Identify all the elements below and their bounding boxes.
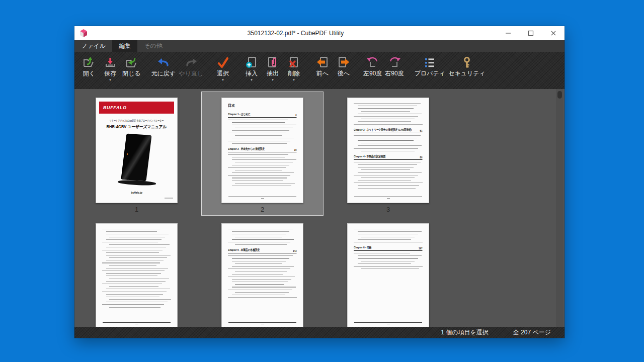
minimize-button[interactable] bbox=[497, 26, 519, 40]
menu-bar: ファイル 編集 その他 bbox=[74, 40, 565, 52]
move-previous-button[interactable]: 前へ bbox=[312, 55, 333, 82]
toc-line bbox=[106, 273, 161, 274]
redo-button-label: やり直し bbox=[179, 70, 203, 77]
status-bar: 1 個の項目を選択 全 207 ページ bbox=[74, 327, 565, 338]
toc-line bbox=[102, 270, 165, 271]
page-thumbnail[interactable]: Chapter 6 - 付録197 bbox=[347, 223, 429, 327]
page-cell[interactable]: Chapter 3 - ネットワーク同士の接続設定 (LAN間接続)61Chap… bbox=[327, 92, 449, 216]
toc-line bbox=[109, 257, 167, 258]
page-thumbnail[interactable]: Chapter 3 - ネットワーク同士の接続設定 (LAN間接続)61Chap… bbox=[347, 98, 429, 203]
toc-line bbox=[232, 274, 283, 275]
toc-line bbox=[106, 276, 157, 276]
page-cell[interactable]: 目次Chapter 1 - はじめに6Chapter 2 - 外出先からの接続設… bbox=[201, 92, 324, 216]
toc-line bbox=[228, 290, 292, 290]
toc-line bbox=[232, 177, 287, 178]
cover-title: BHR-4GRV ユーザーズマニュアル bbox=[100, 124, 173, 130]
toc-line bbox=[106, 294, 163, 295]
toc-line bbox=[358, 108, 414, 109]
toc-line bbox=[235, 244, 287, 245]
toc-line bbox=[358, 140, 414, 141]
chapter-heading-text: Chapter 1 - はじめに bbox=[228, 112, 251, 117]
rotate-right-icon bbox=[388, 55, 401, 70]
toc-line bbox=[232, 261, 286, 261]
chapter-heading: Chapter 3 - ネットワーク同士の接続設定 (LAN間接続)61 bbox=[354, 128, 423, 133]
toc-line bbox=[102, 262, 160, 263]
chapter-heading: Chapter 1 - はじめに6 bbox=[228, 112, 297, 118]
extract-button[interactable]: 抽出 ▾ bbox=[262, 55, 283, 82]
toc-line bbox=[358, 138, 417, 138]
tab-edit[interactable]: 編集 bbox=[112, 40, 137, 52]
toc-line bbox=[228, 242, 290, 242]
tab-file[interactable]: ファイル bbox=[74, 40, 112, 52]
properties-button[interactable]: プロパティ bbox=[413, 55, 447, 82]
chevron-down-icon[interactable]: ▾ bbox=[272, 77, 274, 82]
toc-line bbox=[361, 268, 419, 269]
toc-content bbox=[96, 224, 177, 308]
toc-line bbox=[354, 229, 410, 229]
toc-line bbox=[361, 177, 415, 178]
page-thumbnail[interactable] bbox=[96, 223, 178, 327]
page-cell[interactable]: BUFFALOリモートアクセス&Giga対応 有線ブロードバンドルーターBHR-… bbox=[75, 92, 198, 216]
undo-button-label: 元に戻す bbox=[151, 70, 176, 77]
toc-line bbox=[358, 188, 416, 189]
toc-line bbox=[354, 183, 423, 183]
toc-line bbox=[235, 183, 295, 184]
maximize-button[interactable] bbox=[519, 26, 542, 40]
page-thumbnail[interactable]: Chapter 5 - 本製品の各種設定143 bbox=[221, 223, 303, 327]
page-thumbnail[interactable]: BUFFALOリモートアクセス&Giga対応 有線ブロードバンドルーターBHR-… bbox=[96, 98, 178, 203]
chevron-down-icon[interactable]: ▾ bbox=[251, 77, 253, 82]
page-thumbnail[interactable]: 目次Chapter 1 - はじめに6Chapter 2 - 外出先からの接続設… bbox=[221, 98, 303, 203]
chevron-down-icon[interactable]: ▾ bbox=[293, 77, 295, 82]
properties-label: プロパティ bbox=[415, 70, 445, 77]
toc-line bbox=[232, 165, 289, 165]
rotate-left-button[interactable]: 左90度 bbox=[362, 55, 383, 82]
close-file-button[interactable]: 閉じる bbox=[121, 55, 142, 82]
toc-line bbox=[102, 292, 167, 292]
toc-line bbox=[235, 292, 289, 293]
open-button[interactable]: 開く bbox=[78, 55, 100, 82]
chapter-heading: Chapter 5 - 本製品の各種設定143 bbox=[228, 248, 297, 253]
page-number-label: 2 bbox=[202, 206, 323, 213]
toc-line bbox=[358, 145, 422, 146]
toc-line bbox=[106, 260, 164, 260]
toc-line bbox=[106, 297, 159, 297]
insert-button[interactable]: 挿入 ▾ bbox=[241, 55, 262, 82]
tab-others[interactable]: その他 bbox=[137, 40, 169, 52]
toc-content: Chapter 6 - 付録197 bbox=[348, 224, 429, 269]
close-button[interactable] bbox=[542, 26, 565, 40]
rotate-right-button[interactable]: 右90度 bbox=[383, 55, 405, 82]
scrollbar-thumb[interactable] bbox=[557, 91, 562, 99]
toc-line bbox=[232, 143, 287, 144]
chapter-heading-text: Chapter 3 - ネットワーク同士の接続設定 (LAN間接続) bbox=[354, 128, 412, 132]
security-button[interactable]: セキュリティ bbox=[447, 55, 487, 82]
total-pages: 全 207 ページ bbox=[513, 328, 551, 337]
undo-button[interactable]: 元に戻す bbox=[150, 55, 178, 82]
arrow-left-page-icon bbox=[316, 55, 329, 70]
chapter-heading-page: 197 bbox=[419, 247, 423, 250]
router-rbody bbox=[121, 134, 151, 182]
chevron-down-icon[interactable]: ▾ bbox=[222, 77, 224, 82]
delete-button[interactable]: 削除 ▾ bbox=[283, 55, 304, 82]
toolbar: 開く 保存 ▾ 閉じる bbox=[74, 52, 565, 89]
save-button[interactable]: 保存 ▾ bbox=[100, 55, 121, 82]
vertical-scrollbar[interactable] bbox=[556, 89, 564, 327]
page-cell[interactable]: Chapter 6 - 付録1976 bbox=[327, 217, 449, 327]
page-cell[interactable]: 4 bbox=[75, 217, 198, 327]
open-folder-icon bbox=[83, 55, 96, 70]
properties-list-icon bbox=[423, 55, 436, 70]
toc-line bbox=[106, 268, 168, 268]
move-next-button[interactable]: 後へ bbox=[333, 55, 354, 82]
toc-line bbox=[106, 234, 169, 234]
toc-line bbox=[106, 252, 159, 253]
toc-line bbox=[361, 169, 410, 170]
select-button[interactable]: 選択 ▾ bbox=[212, 55, 233, 82]
toc-line bbox=[358, 234, 418, 234]
toc-line bbox=[232, 122, 285, 123]
page-cell[interactable]: Chapter 5 - 本製品の各種設定1435 bbox=[201, 217, 324, 327]
save-icon bbox=[104, 55, 117, 70]
toc-line bbox=[358, 255, 422, 256]
chevron-down-icon[interactable]: ▾ bbox=[109, 77, 111, 82]
redo-button[interactable]: やり直し bbox=[177, 55, 205, 82]
insert-button-label: 挿入 bbox=[246, 70, 258, 77]
toc-line bbox=[109, 286, 158, 287]
